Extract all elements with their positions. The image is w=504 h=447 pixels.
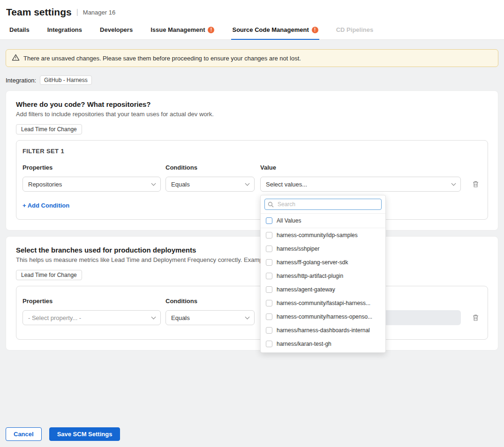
tab-cd-pipelines: CD Pipelines xyxy=(335,26,374,40)
integration-label: Integration: xyxy=(6,77,36,84)
checkbox-icon[interactable] xyxy=(266,286,272,293)
save-scm-settings-button[interactable]: Save SCM Settings xyxy=(49,427,120,441)
filter-row: Repositories Equals Select values... xyxy=(23,177,481,192)
repositories-card: Where do you code? What repositories? Ad… xyxy=(6,90,498,231)
branch-properties-select[interactable]: - Select property... - xyxy=(23,310,161,325)
branch-conditions-select[interactable]: Equals xyxy=(165,310,255,325)
lead-time-tag[interactable]: Lead Time for Change xyxy=(16,270,82,280)
chevron-down-icon xyxy=(451,181,456,186)
tab-issue-management[interactable]: Issue Management ! xyxy=(150,26,215,40)
tab-label: Integrations xyxy=(47,26,82,33)
tab-label: Issue Management xyxy=(150,26,205,33)
tab-label: Details xyxy=(9,26,30,33)
option-label: harness-community/harness-openso... xyxy=(277,313,372,320)
tab-source-code-management[interactable]: Source Code Management ! xyxy=(231,26,319,40)
banner-text: There are unsaved changes. Please save t… xyxy=(23,55,301,62)
all-values-option[interactable]: All Values xyxy=(261,214,385,228)
branches-card: Select the branches used for production … xyxy=(6,236,498,350)
conditions-column-label: Conditions xyxy=(165,164,255,171)
dropdown-search-input[interactable] xyxy=(264,199,382,210)
conditions-select-value: Equals xyxy=(171,314,190,321)
warning-icon: ! xyxy=(208,27,214,33)
checkbox-icon[interactable] xyxy=(266,273,272,279)
branches-card-subtitle: This helps us measure metrics like Lead … xyxy=(16,256,488,263)
properties-select[interactable]: Repositories xyxy=(23,177,161,192)
repo-option[interactable]: harness/harness-dashboards-internal xyxy=(261,323,385,337)
option-label: harness/harness-dashboards-internal xyxy=(277,327,370,334)
delete-filter-button[interactable] xyxy=(471,179,480,189)
tab-label: Developers xyxy=(100,26,133,33)
delete-filter-button[interactable] xyxy=(471,313,480,322)
properties-column-label: Properties xyxy=(23,298,161,305)
checkbox-icon[interactable] xyxy=(266,246,272,252)
chevron-down-icon xyxy=(245,181,250,186)
chevron-down-icon xyxy=(151,314,156,319)
filter-set-title: FILTER SET 1 xyxy=(23,148,481,155)
repo-option[interactable]: harness/http-artifact-plugin xyxy=(261,269,385,283)
repo-option[interactable]: harness-community/harness-openso... xyxy=(261,310,385,323)
unsaved-changes-banner: There are unsaved changes. Please save t… xyxy=(6,49,498,67)
trash-icon xyxy=(472,180,479,188)
repo-option[interactable]: harness/sshpiper xyxy=(261,242,385,255)
header: Team settings | Manager 16 Details Integ… xyxy=(0,0,504,40)
option-label: harness-community/idp-samples xyxy=(277,232,358,238)
alert-triangle-icon xyxy=(12,54,20,62)
conditions-select-value: Equals xyxy=(171,181,190,188)
repositories-card-title: Where do you code? What repositories? xyxy=(16,100,488,108)
properties-select-placeholder: - Select property... - xyxy=(28,314,81,321)
values-select[interactable]: Select values... xyxy=(260,177,461,192)
cancel-button[interactable]: Cancel xyxy=(6,427,42,441)
repo-option[interactable]: harness-community/fastapi-harness... xyxy=(261,296,385,310)
branches-filter-set: Properties Conditions Value - Select pro… xyxy=(16,286,488,340)
page-title: Team settings xyxy=(6,7,72,18)
repo-option[interactable]: harness/agent-gateway xyxy=(261,283,385,296)
integration-row: Integration: GitHub - Harness xyxy=(6,75,498,85)
title-row: Team settings | Manager 16 xyxy=(0,7,504,18)
filter-row: - Select property... - Equals xyxy=(23,310,481,325)
filter-column-labels: Properties Conditions Value xyxy=(23,164,481,171)
integration-chip[interactable]: GitHub - Harness xyxy=(40,75,92,85)
tab-label: Source Code Management xyxy=(232,26,308,33)
checkbox-icon[interactable] xyxy=(266,232,272,238)
conditions-column-label: Conditions xyxy=(165,298,255,305)
option-label: harness/sshpiper xyxy=(277,246,319,252)
repo-option[interactable]: harness/ff-golang-server-sdk xyxy=(261,255,385,269)
trash-icon xyxy=(472,314,479,321)
checkbox-icon[interactable] xyxy=(266,327,272,334)
tab-integrations[interactable]: Integrations xyxy=(46,26,83,40)
option-label: All Values xyxy=(277,217,301,224)
conditions-select[interactable]: Equals xyxy=(165,177,255,192)
tab-label: CD Pipelines xyxy=(336,26,373,33)
properties-column-label: Properties xyxy=(23,164,161,171)
checkbox-icon[interactable] xyxy=(266,341,272,347)
option-label: harness/http-artifact-plugin xyxy=(277,273,343,279)
checkbox-icon[interactable] xyxy=(266,300,272,306)
tab-details[interactable]: Details xyxy=(8,26,30,40)
title-separator: | xyxy=(76,8,78,16)
chevron-down-icon xyxy=(245,314,250,319)
tab-developers[interactable]: Developers xyxy=(99,26,134,40)
filter-set-1: FILTER SET 1 Properties Conditions Value… xyxy=(16,140,488,220)
team-settings-page: Team settings | Manager 16 Details Integ… xyxy=(0,0,504,447)
search-icon xyxy=(268,201,274,208)
option-label: harness/agent-gateway xyxy=(277,286,335,293)
repo-option[interactable]: harness/karan-test-gh xyxy=(261,337,385,350)
warning-icon: ! xyxy=(312,27,318,33)
repo-option[interactable]: harness-community/idp-samples xyxy=(261,228,385,242)
option-label: harness/ff-golang-server-sdk xyxy=(277,259,348,266)
checkbox-icon[interactable] xyxy=(266,313,272,320)
checkbox-icon[interactable] xyxy=(266,217,272,224)
lead-time-tag[interactable]: Lead Time for Change xyxy=(16,124,82,134)
option-label: harness-community/fastapi-harness... xyxy=(277,300,370,306)
add-condition-link[interactable]: + Add Condition xyxy=(23,202,69,209)
repo-option[interactable]: harness/... xyxy=(261,350,385,353)
checkbox-icon[interactable] xyxy=(266,259,272,266)
tab-bar: Details Integrations Developers Issue Ma… xyxy=(0,26,504,40)
filter-column-labels: Properties Conditions Value xyxy=(23,298,481,305)
chevron-down-icon xyxy=(151,181,156,186)
repositories-card-subtitle: Add filters to include repositories that… xyxy=(16,111,488,118)
values-select-placeholder: Select values... xyxy=(266,181,307,188)
option-label: harness/karan-test-gh xyxy=(277,341,331,347)
page-subtitle: Manager 16 xyxy=(83,9,115,16)
content-area: There are unsaved changes. Please save t… xyxy=(0,49,504,350)
